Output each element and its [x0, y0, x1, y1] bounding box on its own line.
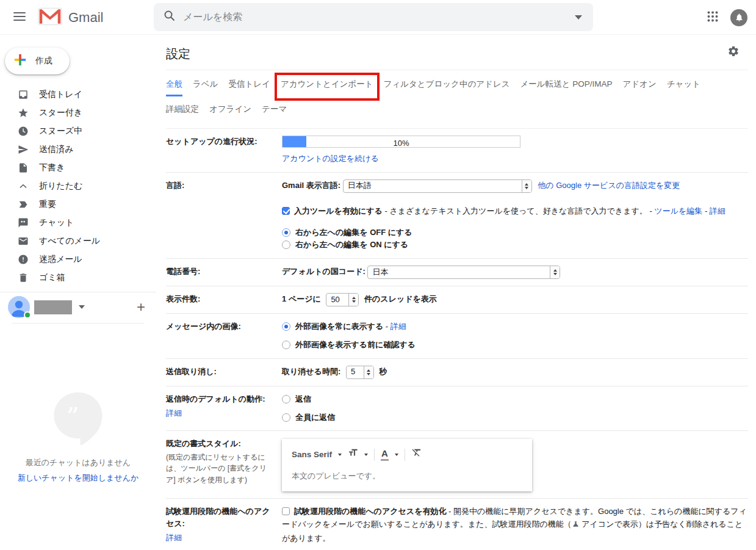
text-color-icon[interactable]: A	[381, 449, 389, 461]
apps-grid-icon[interactable]	[707, 11, 718, 24]
row-label: 電話番号:	[166, 266, 282, 279]
continue-setup-link[interactable]: アカウントの設定を続ける	[282, 154, 379, 163]
gear-icon[interactable]	[727, 45, 740, 60]
inbox-icon	[17, 89, 29, 101]
sidebar-item-snoozed[interactable]: スヌーズ中	[0, 122, 156, 140]
sidebar-item-drafts[interactable]: 下書き	[0, 159, 156, 177]
rtl-off-label: 右から左への編集を OFF にする	[295, 228, 412, 237]
tab-advanced[interactable]: 詳細設定	[166, 104, 199, 120]
tab-accounts-and-import[interactable]: アカウントとインポート	[281, 79, 373, 95]
tab-themes[interactable]: テーマ	[262, 104, 287, 120]
sidebar-item-chats[interactable]: チャット	[0, 214, 156, 232]
left-sidebar: 作成 受信トレイ スター付き スヌーズ中 送信済み 下書き	[0, 35, 156, 550]
experimental-checkbox[interactable]	[282, 507, 290, 515]
search-icon	[164, 10, 176, 24]
sidebar-item-all-mail[interactable]: すべてのメール	[0, 232, 156, 250]
toolbar-divider	[405, 449, 405, 461]
sidebar-item-label: スター付き	[39, 107, 82, 118]
clock-icon	[17, 125, 29, 137]
gmail-logo[interactable]: Gmail	[38, 7, 103, 28]
rtl-off-radio[interactable]	[282, 228, 290, 237]
gmail-envelope-icon	[38, 7, 62, 28]
external-images-always-radio[interactable]	[282, 322, 290, 331]
country-code-select[interactable]: 日本	[367, 266, 560, 279]
display-language-label: Gmail 表示言語:	[282, 181, 340, 190]
clear-formatting-icon[interactable]	[411, 447, 422, 462]
selected-language: 日本語	[348, 179, 372, 192]
undo-time-value: 5	[351, 366, 355, 378]
chat-bubble-icon	[17, 217, 29, 229]
top-header: Gmail	[0, 0, 756, 35]
settings-main: 設定 全般 ラベル 受信トレイ アカウントとインポート フィルタとブロック中のア…	[156, 35, 756, 550]
rtl-on-radio[interactable]	[282, 241, 290, 249]
hamburger-menu-icon[interactable]	[13, 12, 26, 23]
sidebar-item-trash[interactable]: ゴミ箱	[0, 269, 156, 287]
tab-chat[interactable]: チャット	[667, 79, 700, 95]
external-images-ask-radio[interactable]	[282, 341, 290, 349]
sidebar-item-collapse[interactable]: 折りたたむ	[0, 177, 156, 195]
reply-all-option-label: 全員に返信	[295, 413, 335, 422]
page-size-before: 1 ページに	[282, 295, 321, 304]
sidebar-item-label: 下書き	[39, 162, 65, 173]
svg-text:”: ”	[67, 402, 79, 432]
reply-radio[interactable]	[282, 395, 290, 403]
sidebar-item-inbox[interactable]: 受信トレイ	[0, 85, 156, 104]
tab-filters-blocked[interactable]: フィルタとブロック中のアドレス	[384, 79, 510, 95]
sidebar-item-starred[interactable]: スター付き	[0, 104, 156, 122]
setup-progress-bar: 10%	[282, 136, 520, 148]
font-family-button[interactable]: Sans Serif	[292, 448, 332, 461]
hangouts-bubble-icon: ”	[51, 436, 105, 447]
account-chevron-down-icon[interactable]	[79, 305, 85, 309]
tab-forwarding-pop-imap[interactable]: メール転送と POP/IMAP	[520, 79, 613, 95]
compose-button[interactable]: 作成	[5, 48, 70, 74]
font-family-chevron-icon[interactable]	[338, 454, 342, 456]
row-label: 試験運用段階の機能へのアクセス: 詳細	[166, 505, 282, 545]
tab-inbox[interactable]: 受信トレイ	[228, 79, 270, 95]
font-size-icon[interactable]	[348, 447, 358, 462]
style-preview-card: Sans Serif A 本文のプレビューです。	[282, 439, 532, 491]
avatar[interactable]	[8, 296, 30, 318]
row-page-size: 表示件数: 1 ページに 50 件のスレッドを表示	[166, 286, 748, 314]
experimental-details-link[interactable]: 詳細	[166, 533, 182, 542]
user-account-row[interactable]: +	[0, 292, 156, 322]
sidebar-item-spam[interactable]: 迷惑メール	[0, 250, 156, 269]
add-contact-plus-icon[interactable]: +	[137, 300, 145, 314]
settings-title-row: 設定	[166, 35, 748, 70]
tab-offline[interactable]: オフライン	[209, 104, 251, 120]
select-stepper-icon	[550, 266, 560, 278]
selected-country: 日本	[372, 266, 388, 279]
progress-percent: 10%	[283, 137, 520, 150]
input-tools-label: 入力ツールを有効にする	[294, 206, 383, 215]
input-tools-checkbox[interactable]	[282, 207, 290, 215]
send-icon	[17, 143, 29, 156]
envelope-icon	[17, 235, 29, 247]
tab-labels[interactable]: ラベル	[193, 79, 218, 95]
start-chat-link[interactable]: 新しいチャットを開始しませんか	[0, 472, 156, 483]
search-bar[interactable]	[154, 3, 593, 31]
font-size-chevron-icon[interactable]	[364, 454, 368, 456]
tab-general[interactable]: 全般	[166, 79, 182, 96]
compose-plus-icon	[13, 53, 27, 69]
experimental-enable-label: 試験運用段階の機能へのアクセスを有効化	[294, 507, 446, 516]
input-tools-details-link[interactable]: 詳細	[710, 206, 725, 215]
importance-marker-icon	[17, 198, 29, 211]
other-google-language-link[interactable]: 他の Google サービスの言語設定を変更	[538, 181, 680, 190]
text-color-chevron-icon[interactable]	[395, 454, 398, 456]
tabs-row-1: 全般 ラベル 受信トレイ アカウントとインポート フィルタとブロック中のアドレス…	[166, 79, 748, 104]
row-language: 言語: Gmail 表示言語: 日本語 他の Google サービスの言語設定を…	[166, 173, 748, 259]
search-input[interactable]	[183, 12, 575, 23]
online-status-dot	[24, 311, 31, 319]
display-language-select[interactable]: 日本語	[343, 179, 532, 193]
select-stepper-icon	[522, 180, 531, 192]
search-options-chevron-icon[interactable]	[575, 15, 582, 20]
undo-time-select[interactable]: 5	[346, 366, 374, 379]
reply-all-radio[interactable]	[282, 413, 290, 422]
reply-details-link[interactable]: 詳細	[166, 408, 182, 418]
images-details-link[interactable]: 詳細	[391, 322, 406, 331]
sidebar-item-important[interactable]: 重要	[0, 195, 156, 214]
edit-tools-link[interactable]: ツールを編集	[654, 206, 702, 215]
page-size-select[interactable]: 50	[326, 293, 359, 306]
notification-bell-icon[interactable]	[730, 9, 747, 26]
tab-addons[interactable]: アドオン	[622, 79, 656, 95]
sidebar-item-sent[interactable]: 送信済み	[0, 140, 156, 159]
